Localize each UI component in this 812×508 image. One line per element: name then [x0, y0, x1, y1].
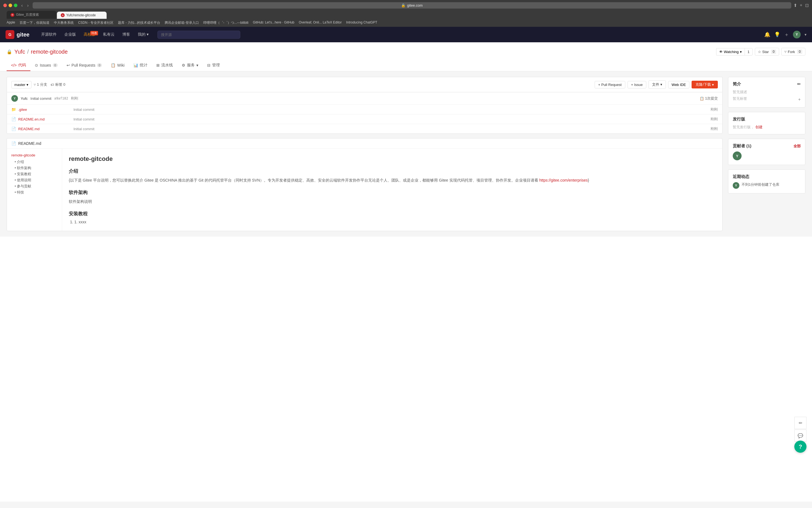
forward-button[interactable]: › — [26, 2, 30, 9]
toc-main-item[interactable]: remote-gitcode — [11, 153, 57, 157]
issue-button[interactable]: + Issue — [627, 81, 646, 88]
back-button[interactable]: ‹ — [19, 2, 24, 9]
toc-intro[interactable]: 介绍 — [15, 160, 57, 164]
repo-sidebar: 简介 ✏ 暂无描述 暂无标签 + 发行版 暂无发行版， 创建 — [728, 77, 805, 231]
commit-time: 刚刚 — [71, 96, 78, 101]
fork-icon: ⑂ — [784, 50, 786, 54]
ideas-button[interactable]: 💡 — [774, 32, 780, 38]
nav-private-cloud[interactable]: 私有云 — [100, 30, 118, 39]
create-button[interactable]: ＋ — [784, 31, 789, 38]
bookmark-chatgpt[interactable]: Introducing ChatGPT — [346, 20, 377, 25]
address-bar[interactable]: 🔒 gitee.com — [33, 2, 791, 9]
user-dropdown-arrow[interactable]: ▾ — [805, 32, 807, 37]
bookmark-csdn[interactable]: CSDN - 专业开发者社区 — [78, 20, 114, 25]
web-ide-button[interactable]: Web IDE — [668, 81, 690, 88]
feedback-float-button[interactable]: ✏ — [794, 417, 807, 429]
toc-contrib[interactable]: 参与贡献 — [15, 184, 57, 189]
toc-tricks[interactable]: 特技 — [15, 190, 57, 195]
enterprise-link[interactable]: https://gitee.com/enterprises — [539, 178, 588, 182]
tab-wiki-label: Wiki — [117, 63, 124, 68]
nav-buttons: ‹ › — [19, 2, 31, 9]
tab-issues[interactable]: ⊙ Issues 0 — [31, 60, 62, 71]
file-md-icon-1: 📄 — [11, 117, 16, 121]
sidebar-icon[interactable]: ⊡ — [805, 3, 809, 8]
nav-blog[interactable]: 博客 — [119, 30, 133, 39]
tab-wiki[interactable]: 📋 Wiki — [106, 60, 129, 71]
pipeline-icon: ⊞ — [156, 63, 160, 68]
tab-stats[interactable]: 📊 统计 — [129, 60, 152, 71]
branch-name: master — [14, 83, 26, 87]
bookmark-baidu[interactable]: 百度一下，你就知道 — [19, 20, 49, 25]
user-avatar-nav[interactable]: Y — [793, 31, 801, 38]
share-icon[interactable]: ⬆ — [794, 3, 797, 8]
create-release-link[interactable]: 创建 — [755, 125, 763, 129]
bookmark-overleaf[interactable]: Overleaf, Onli... LaTeX Editor — [299, 20, 342, 25]
help-float-button[interactable]: ? — [794, 440, 807, 453]
file-link-readme-en[interactable]: README.en.md — [18, 117, 44, 121]
new-tab-icon[interactable]: + — [800, 3, 802, 8]
fork-button-group[interactable]: ⑂ Fork 0 — [781, 48, 805, 55]
contributors-all-link[interactable]: 全部 — [794, 144, 801, 149]
repo-owner[interactable]: Yufc — [14, 49, 25, 55]
intro-edit-icon[interactable]: ✏ — [797, 82, 801, 87]
contributor-avatar-y[interactable]: Y — [733, 152, 742, 160]
browser-tab-2[interactable]: G Yufc/remote-gitcode — [57, 12, 107, 19]
readme-toc: remote-gitcode 介绍 软件架构 安装教程 使用说明 参与贡献 特技 — [7, 149, 62, 231]
file-name-gitee: .gitee — [18, 108, 74, 112]
file-time-readme: 刚刚 — [711, 126, 718, 131]
tab-pipeline[interactable]: ⊞ 流水线 — [152, 60, 177, 71]
readme-arch-text: 软件架构说明 — [69, 199, 716, 205]
commit-author-name: Yufc — [21, 96, 28, 100]
file-link-readme[interactable]: README.md — [18, 127, 40, 131]
tab-code[interactable]: </> 代码 — [7, 60, 31, 71]
pull-request-button[interactable]: + Pull Request — [594, 81, 625, 88]
notification-bell-button[interactable]: 🔔 — [764, 32, 770, 38]
star-button-group[interactable]: ☆ Star 0 — [755, 48, 779, 55]
toc-install[interactable]: 安装教程 — [15, 172, 57, 177]
repo-name[interactable]: remote-gitcode — [31, 49, 68, 55]
add-tag-icon[interactable]: + — [798, 97, 801, 102]
commit-hash[interactable]: a9af182 — [54, 96, 68, 100]
commit-count-label[interactable]: 1次提交 — [705, 96, 718, 101]
tab-service[interactable]: ⚙ 服务 ▾ — [177, 60, 203, 71]
file-link-gitee[interactable]: .gitee — [18, 108, 27, 112]
traffic-lights[interactable] — [3, 4, 17, 7]
toc-usage[interactable]: 使用说明 — [15, 178, 57, 183]
nav-mine-label: 我的 — [138, 32, 146, 37]
bookmark-tencent[interactable]: 腾讯企业邮箱-登录入口 — [164, 20, 199, 25]
clone-dropdown-arrow: ▾ — [712, 83, 714, 87]
maximize-traffic-light[interactable] — [14, 4, 17, 7]
branch-selector[interactable]: master ▾ — [11, 81, 32, 88]
branches-count: 1 — [37, 82, 39, 86]
tab-pullrequests[interactable]: ↩ Pull Requests 0 — [62, 60, 107, 71]
readme-section: 📄 README.md remote-gitcode 介绍 软件架构 安装教程 … — [7, 138, 722, 231]
readme-title: remote-gitcode — [69, 155, 716, 163]
browser-tab-1[interactable]: G Gitee_百度搜索 — [7, 11, 56, 19]
close-traffic-light[interactable] — [3, 4, 7, 7]
file-button[interactable]: 文件 ▾ — [649, 80, 666, 89]
gitee-logo[interactable]: G gitee — [5, 30, 30, 39]
nav-opensource[interactable]: 开源软件 — [38, 30, 60, 39]
nav-mine[interactable]: 我的 ▾ — [135, 30, 152, 39]
minimize-traffic-light[interactable] — [9, 4, 12, 7]
tab-manage[interactable]: ⊟ 管理 — [203, 60, 224, 71]
clone-download-button[interactable]: 克隆/下载 ▾ — [691, 81, 718, 88]
bookmark-leetcode[interactable]: 题库 - 力扣...的技术成长平台 — [118, 20, 160, 25]
readme-header: 📄 README.md — [7, 138, 722, 149]
bookmark-apple[interactable]: Apple — [7, 20, 15, 25]
watching-main-button[interactable]: 👁 Watching ▾ — [716, 48, 745, 55]
nav-enterprise[interactable]: 企业版 — [61, 30, 79, 39]
readme-install-list: 1. xxxx — [74, 220, 716, 224]
wiki-icon: 📋 — [111, 63, 115, 68]
manage-icon: ⊟ — [207, 63, 210, 68]
toc-arch[interactable]: 软件架构 — [15, 166, 57, 171]
chat-float-button[interactable]: 💬 — [794, 429, 807, 442]
search-input[interactable] — [157, 31, 240, 39]
bookmark-bilibili[interactable]: 哔哩哔哩（゜-゜）つ...---bilibili — [203, 20, 248, 25]
tab2-favicon: G — [61, 13, 65, 17]
bookmark-github[interactable]: GitHub: Let's...here · GitHub — [253, 20, 294, 25]
nav-university[interactable]: 高校版 特惠 — [80, 30, 99, 39]
commit-message[interactable]: Initial commit — [31, 96, 51, 100]
tags-info-item: 🏷 标签 0 — [51, 82, 65, 87]
bookmark-edu[interactable]: 中大教务系统 — [54, 20, 74, 25]
